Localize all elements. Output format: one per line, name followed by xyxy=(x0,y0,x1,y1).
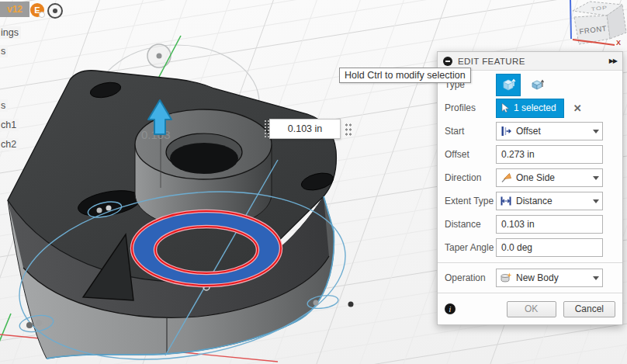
chevron-down-icon xyxy=(593,130,599,133)
extrude-type-solid-button[interactable] xyxy=(496,74,521,96)
one-side-flag-icon xyxy=(500,172,512,184)
row-distance: Distance xyxy=(438,213,622,236)
extent-type-dropdown[interactable]: Distance xyxy=(496,192,603,210)
distance-input[interactable] xyxy=(500,218,599,231)
divider xyxy=(438,293,622,293)
browser-item-fragment[interactable]: s xyxy=(0,45,8,57)
extrude-solid-icon xyxy=(501,77,516,92)
row-profiles: Profiles 1 selected ✕ xyxy=(438,96,622,120)
row-taper: Taper Angle xyxy=(438,236,622,259)
document-tab[interactable]: v12 xyxy=(0,2,29,17)
start-dropdown[interactable]: Offset xyxy=(496,122,603,140)
start-label: Start xyxy=(445,126,496,137)
profiles-count: 1 selected xyxy=(514,102,556,113)
selection-tooltip: Hold Ctrl to modify selection xyxy=(339,68,471,83)
edit-feature-dialog: EDIT FEATURE ▶▶ Type xyxy=(437,51,623,325)
user-avatar-badge[interactable]: E xyxy=(30,3,44,17)
direction-label: Direction xyxy=(445,172,496,183)
profiles-label: Profiles xyxy=(445,102,496,113)
offset-label: Offset xyxy=(445,149,496,160)
chevron-down-icon xyxy=(593,176,599,180)
boss-bore-depth xyxy=(170,143,238,174)
taper-angle-input[interactable] xyxy=(500,241,599,254)
browser-item-fragment[interactable]: ch1 xyxy=(0,119,19,131)
start-value: Offset xyxy=(516,126,541,137)
chevron-down-icon xyxy=(593,276,599,280)
dialog-title: EDIT FEATURE xyxy=(458,57,525,66)
profiles-selected-chip[interactable]: 1 selected xyxy=(496,99,564,118)
info-icon[interactable]: i xyxy=(445,303,456,314)
row-extent: Extent Type Distance xyxy=(438,189,622,213)
ok-button[interactable]: OK xyxy=(507,301,556,317)
row-offset: Offset xyxy=(438,143,622,166)
distance-extent-icon xyxy=(500,195,512,207)
chevron-down-icon xyxy=(593,199,599,203)
distance-label: Distance xyxy=(445,219,496,230)
dimension-value-input[interactable] xyxy=(269,119,341,139)
operation-dropdown[interactable]: New Body xyxy=(496,269,603,287)
dimension-input-group xyxy=(264,119,353,139)
browser-item-fragment[interactable]: s xyxy=(0,99,8,112)
row-direction: Direction One Side xyxy=(438,166,622,189)
dialog-collapse-icon[interactable]: ▶▶ xyxy=(609,57,617,64)
browser-item-fragment[interactable]: ings xyxy=(0,26,21,39)
viewcube-x-label: X xyxy=(616,39,621,47)
extent-type-value: Distance xyxy=(516,196,553,206)
dialog-grip-icon[interactable] xyxy=(443,57,452,66)
direction-value: One Side xyxy=(516,172,555,183)
cancel-button[interactable]: Cancel xyxy=(563,301,615,317)
record-icon[interactable] xyxy=(47,3,63,19)
extrude-thin-icon xyxy=(529,77,545,92)
browser-item-fragment[interactable]: ch2 xyxy=(0,138,19,151)
row-operation: Operation New Body xyxy=(438,266,622,289)
dimension-options-icon[interactable] xyxy=(345,123,353,136)
view-cube[interactable]: TOP FRONT X xyxy=(570,0,626,47)
profiles-clear-icon[interactable]: ✕ xyxy=(573,102,582,114)
direction-dropdown[interactable]: One Side xyxy=(496,168,603,187)
operation-label: Operation xyxy=(445,272,496,283)
new-body-icon xyxy=(500,272,512,284)
taper-angle-label: Taper Angle xyxy=(445,242,496,253)
offset-input[interactable] xyxy=(500,148,599,161)
cursor-icon xyxy=(501,102,510,113)
row-start: Start Offset xyxy=(438,120,622,143)
dialog-footer: i OK Cancel xyxy=(438,296,622,324)
viewcube-y-axis xyxy=(570,0,571,39)
operation-value: New Body xyxy=(516,272,559,283)
divider xyxy=(438,262,622,263)
dimension-drag-handle[interactable] xyxy=(264,120,269,138)
extent-type-label: Extent Type xyxy=(445,196,496,206)
offset-plane-icon xyxy=(500,125,512,137)
extrude-type-thin-button[interactable] xyxy=(525,74,549,96)
